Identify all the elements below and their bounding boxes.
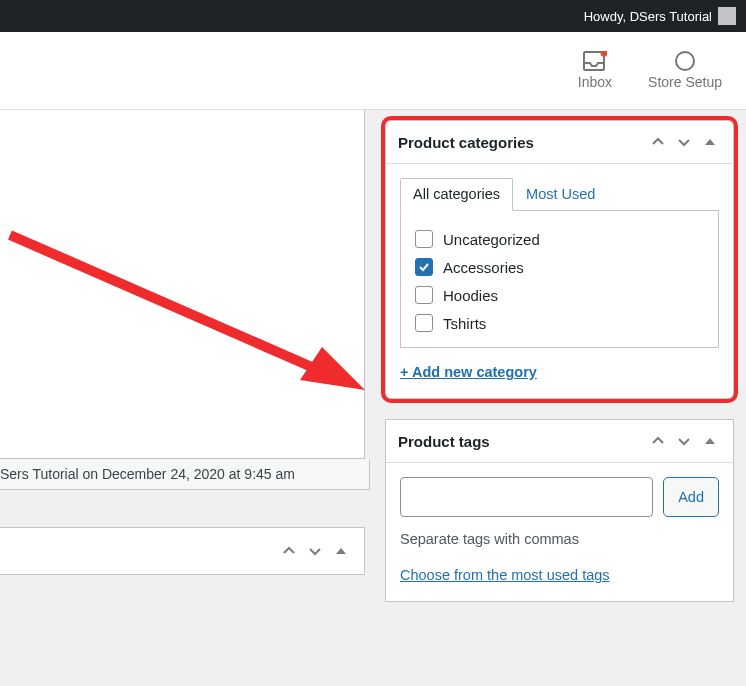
move-down-button[interactable] — [673, 131, 695, 153]
category-tabs: All categories Most Used — [400, 178, 719, 210]
tab-all-categories[interactable]: All categories — [400, 178, 513, 211]
nav-store-setup-label: Store Setup — [648, 74, 722, 90]
left-column: Sers Tutorial on December 24, 2020 at 9:… — [0, 110, 365, 686]
nav-store-setup[interactable]: Store Setup — [648, 51, 722, 90]
category-label: Accessories — [443, 259, 524, 276]
howdy-user[interactable]: Howdy, DSers Tutorial — [584, 7, 736, 25]
panel-title: Product categories — [398, 134, 534, 151]
add-new-category-link[interactable]: + Add new category — [400, 364, 537, 380]
panel-controls — [647, 430, 721, 452]
secondary-panel-header — [0, 527, 365, 575]
svg-marker-4 — [336, 548, 346, 554]
move-up-button[interactable] — [278, 540, 300, 562]
panel-body: All categories Most Used Uncategorized — [386, 164, 733, 398]
nav-inbox[interactable]: Inbox — [578, 51, 612, 90]
svg-marker-5 — [705, 139, 715, 145]
nav-inbox-label: Inbox — [578, 74, 612, 90]
move-down-button[interactable] — [673, 430, 695, 452]
last-edited-text: Sers Tutorial on December 24, 2020 at 9:… — [0, 466, 295, 482]
category-label: Hoodies — [443, 287, 498, 304]
tags-input-row: Add — [400, 477, 719, 517]
checkbox[interactable] — [415, 258, 433, 276]
product-categories-panel: Product categories All categories — [385, 120, 734, 399]
collapse-button[interactable] — [330, 540, 352, 562]
right-column: Product categories All categories — [365, 110, 746, 686]
collapse-button[interactable] — [699, 131, 721, 153]
list-item[interactable]: Accessories — [415, 253, 704, 281]
tags-input[interactable] — [400, 477, 653, 517]
svg-marker-6 — [705, 438, 715, 444]
checkbox[interactable] — [415, 286, 433, 304]
move-up-button[interactable] — [647, 131, 669, 153]
circle-icon — [675, 51, 695, 71]
tags-hint: Separate tags with commas — [400, 531, 719, 547]
tab-most-used[interactable]: Most Used — [513, 178, 608, 210]
content-area: Sers Tutorial on December 24, 2020 at 9:… — [0, 110, 746, 686]
howdy-text: Howdy, DSers Tutorial — [584, 9, 712, 24]
collapse-button[interactable] — [699, 430, 721, 452]
category-label: Tshirts — [443, 315, 486, 332]
svg-point-1 — [600, 51, 607, 57]
top-nav: Inbox Store Setup — [0, 32, 746, 110]
panel-controls — [647, 131, 721, 153]
avatar-icon — [718, 7, 736, 25]
panel-title: Product tags — [398, 433, 490, 450]
editor-box — [0, 110, 365, 459]
checkbox[interactable] — [415, 230, 433, 248]
category-list: Uncategorized Accessories — [415, 225, 704, 337]
last-edited-bar: Sers Tutorial on December 24, 2020 at 9:… — [0, 459, 370, 490]
move-down-button[interactable] — [304, 540, 326, 562]
list-item[interactable]: Hoodies — [415, 281, 704, 309]
panel-header: Product categories — [386, 121, 733, 164]
checkbox[interactable] — [415, 314, 433, 332]
panel-body: Add Separate tags with commas Choose fro… — [386, 463, 733, 601]
product-tags-panel: Product tags Add — [385, 419, 734, 602]
choose-most-used-tags-link[interactable]: Choose from the most used tags — [400, 567, 610, 583]
list-item[interactable]: Tshirts — [415, 309, 704, 337]
inbox-icon — [583, 51, 607, 71]
move-up-button[interactable] — [647, 430, 669, 452]
category-label: Uncategorized — [443, 231, 540, 248]
add-tag-button[interactable]: Add — [663, 477, 719, 517]
category-list-box: Uncategorized Accessories — [400, 210, 719, 348]
panel-header: Product tags — [386, 420, 733, 463]
admin-bar: Howdy, DSers Tutorial — [0, 0, 746, 32]
list-item[interactable]: Uncategorized — [415, 225, 704, 253]
